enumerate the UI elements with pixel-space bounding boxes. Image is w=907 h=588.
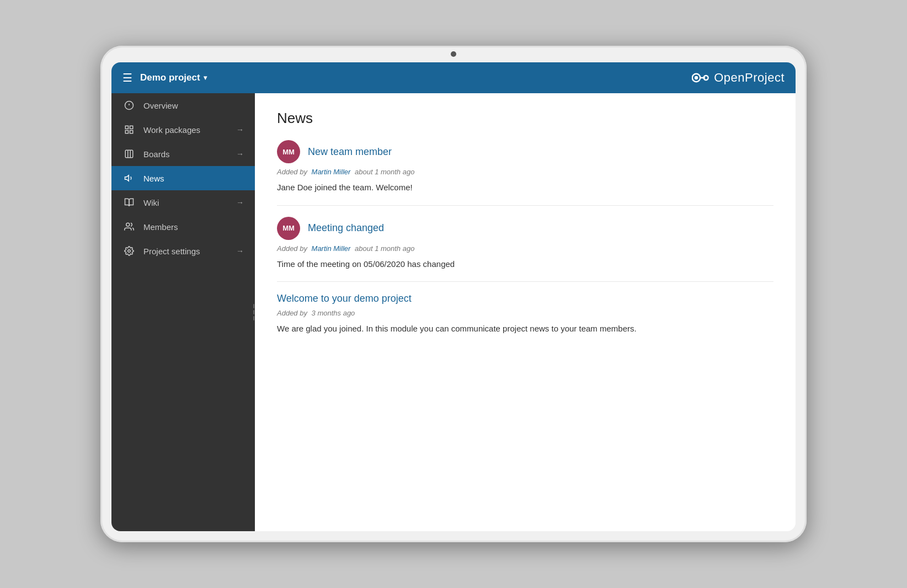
sidebar-item-label-news: News [143,174,244,183]
sidebar-item-label-wiki: Wiki [143,198,236,207]
hamburger-icon[interactable]: ☰ [122,71,132,84]
svg-point-1 [695,76,698,79]
header-left: ☰ Demo project ▾ [122,71,207,84]
news-title-link-3[interactable]: Welcome to your demo project [277,293,412,304]
sidebar-item-wiki[interactable]: Wiki → [111,190,255,215]
sidebar-item-work-packages[interactable]: Work packages → [111,117,255,142]
project-name-label: Demo project [140,72,200,83]
overview-icon [122,100,136,110]
sidebar-item-boards[interactable]: Boards → [111,142,255,166]
news-item-new-team-member: MM New team member Added by Martin Mille… [277,140,773,206]
work-packages-icon [122,125,136,135]
wiki-arrow: → [236,198,244,207]
news-item-header-1: MM New team member [277,140,773,163]
sidebar-item-label-project-settings: Project settings [143,247,236,256]
boards-arrow: → [236,149,244,158]
news-item-header-3: Welcome to your demo project [277,293,773,304]
svg-rect-11 [125,150,133,158]
page-title: News [277,110,773,127]
openproject-logo-icon [692,71,709,84]
news-title-link-2[interactable]: Meeting changed [308,222,384,234]
sidebar-item-news[interactable]: News [111,166,255,190]
news-author-link-1[interactable]: Martin Miller [312,168,351,176]
svg-rect-7 [125,126,128,129]
news-meta-2: Added by Martin Miller about 1 month ago [277,244,773,253]
svg-point-3 [704,76,708,80]
sidebar-item-project-settings[interactable]: Project settings → [111,239,255,263]
sidebar-resizer[interactable] [253,301,255,323]
sidebar-item-label-members: Members [143,222,244,232]
svg-point-15 [126,223,130,226]
news-item-header-2: MM Meeting changed [277,217,773,240]
tablet-frame: ☰ Demo project ▾ OpenProject [100,46,807,542]
svg-point-16 [128,250,131,253]
sidebar-item-members[interactable]: Members [111,215,255,239]
wiki-icon [122,197,136,207]
news-icon [122,173,136,183]
sidebar-item-label-overview: Overview [143,101,244,110]
sidebar-item-label-boards: Boards [143,149,236,159]
svg-rect-10 [130,131,133,133]
svg-marker-14 [125,175,129,181]
news-body-3: We are glad you joined. In this module y… [277,323,773,335]
sidebar: Overview Work packages → Boards → [111,93,255,531]
boards-icon [122,149,136,159]
top-header: ☰ Demo project ▾ OpenProject [111,62,796,93]
svg-rect-8 [130,126,133,129]
avatar-1: MM [277,140,300,163]
news-item-meeting-changed: MM Meeting changed Added by Martin Mille… [277,217,773,282]
logo-text: OpenProject [714,71,785,85]
camera [451,51,456,57]
project-settings-arrow: → [236,247,244,255]
content-area: News MM New team member Added by Martin … [255,93,796,531]
members-icon [122,222,136,232]
news-item-welcome-demo: Welcome to your demo project Added by 3 … [277,293,773,346]
sidebar-item-overview[interactable]: Overview [111,93,255,117]
news-meta-1: Added by Martin Miller about 1 month ago [277,168,773,176]
sidebar-item-label-work-packages: Work packages [143,125,236,135]
logo-area: OpenProject [692,71,785,85]
news-body-1: Jane Doe joined the team. Welcome! [277,181,773,194]
project-selector[interactable]: Demo project ▾ [140,72,207,83]
project-settings-icon [122,246,136,256]
news-author-link-2[interactable]: Martin Miller [312,244,351,253]
news-body-2: Time of the meeting on 05/06/2020 has ch… [277,258,773,271]
svg-rect-9 [125,131,128,133]
work-packages-arrow: → [236,125,244,134]
avatar-2: MM [277,217,300,240]
news-title-link-1[interactable]: New team member [308,146,392,158]
news-meta-3: Added by 3 months ago [277,309,773,317]
main-layout: Overview Work packages → Boards → [111,93,796,531]
app-container: ☰ Demo project ▾ OpenProject [111,62,796,531]
chevron-down-icon: ▾ [204,74,207,82]
